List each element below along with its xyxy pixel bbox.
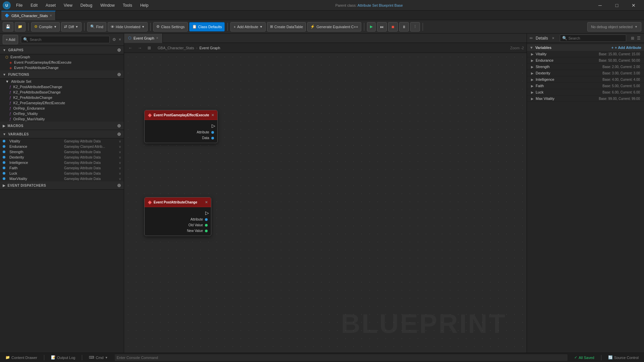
tab-close-button[interactable]: × <box>50 14 52 17</box>
cmd-button[interactable]: ⌨ Cmd ▼ <box>86 355 110 360</box>
graph-tab-close-button[interactable]: × <box>156 36 158 40</box>
console-input[interactable] <box>115 354 568 361</box>
diff-icon: ⇄ <box>64 24 67 29</box>
event-dispatchers-section-header[interactable]: ▶ EVENT DISPATCHERS ⊕ <box>0 181 124 190</box>
menu-view[interactable]: View <box>62 2 74 8</box>
details-search-input[interactable] <box>569 36 624 40</box>
navigate-forward-button[interactable]: → <box>136 44 144 52</box>
search-icon: 🔍 <box>23 37 28 42</box>
var-faith[interactable]: Faith Gameplay Attribute Data ∨ <box>0 165 124 171</box>
class-settings-button[interactable]: ⚙ Class Settings <box>153 22 187 32</box>
parent-class-link[interactable]: Attribute Set Blueprint Base <box>358 3 403 7</box>
node-close-button[interactable]: ✕ <box>211 113 214 117</box>
details-close-button[interactable]: × <box>552 36 554 41</box>
graphs-add-button[interactable]: ⊕ <box>117 47 121 53</box>
strength-row-value: Base: 2.00, Current: 2.00 <box>602 65 640 69</box>
breadcrumb-root[interactable]: GBA_Character_Stats <box>158 46 194 50</box>
source-control-button[interactable]: 🔄 Source Control <box>605 355 641 360</box>
details-add-attribute-button[interactable]: + + Add Attribute <box>611 46 641 50</box>
k2-post-attr-base-item[interactable]: ƒ K2_PostAttributeBaseChange <box>0 84 124 89</box>
blueprint-watermark: BLUEPRINT <box>341 308 506 339</box>
graph-canvas[interactable]: ◈ Event PostGameplayEffectExecute ✕ ▷ At… <box>124 53 527 353</box>
graphs-section-label: GRAPHS <box>8 48 23 52</box>
cpp-icon: ⚡ <box>310 24 315 29</box>
var-strength[interactable]: Strength Gameplay Attribute Data ∨ <box>0 149 124 155</box>
step-button[interactable]: ⏭ <box>377 22 387 32</box>
menu-tools[interactable]: Tools <box>121 2 133 8</box>
k2-pre-attr-base-item[interactable]: ƒ K2_PreAttributeBaseChange <box>0 89 124 95</box>
create-datatable-button[interactable]: ⊞ Create DataTable <box>267 22 306 32</box>
menu-help[interactable]: Help <box>139 2 150 8</box>
navigate-back-button[interactable]: ← <box>127 44 134 52</box>
macros-add-button[interactable]: ⊕ <box>117 123 121 128</box>
stop-button[interactable]: ⏹ <box>388 22 398 32</box>
var-vitality[interactable]: Vitality Gameplay Attribute Data ∨ <box>0 138 124 144</box>
graph-toolbar: ← → ⊞ GBA_Character_Stats › Event Graph … <box>124 43 527 53</box>
graphs-section-header[interactable]: ▼ GRAPHS ⊕ <box>0 46 124 54</box>
functions-add-button[interactable]: ⊕ <box>117 72 121 77</box>
details-var-faith[interactable]: ▶ Faith Base: 5.00, Current: 5.00 <box>527 83 644 89</box>
browse-button[interactable]: 📁 <box>15 22 25 32</box>
search-input[interactable] <box>30 38 107 42</box>
attribute-set-group[interactable]: ▼ Attribute Set <box>0 79 124 84</box>
variables-add-button[interactable]: ⊕ <box>117 131 121 137</box>
menu-asset[interactable]: Asset <box>44 2 57 8</box>
content-drawer-button[interactable]: 📁 Content Drawer <box>3 355 40 360</box>
hide-unrelated-button[interactable]: 👁 Hide Unrelated ▼ <box>108 22 148 32</box>
maximize-button[interactable]: □ <box>609 0 625 11</box>
event-post-attribute-item[interactable]: ◈ Event PostAttributeChange <box>0 65 124 70</box>
generate-cpp-button[interactable]: ⚡ Generate Equivalent C++ <box>307 22 361 32</box>
details-var-strength[interactable]: ▶ Strength Base: 2.00, Current: 2.00 <box>527 64 644 70</box>
k2-pre-attr-item[interactable]: ƒ K2_PreAttributeChange <box>0 95 124 100</box>
panel-close-button[interactable]: × <box>119 37 121 42</box>
menu-debug[interactable]: Debug <box>79 2 94 8</box>
event-post-gameplay-item[interactable]: ◈ Event PostGameplayEffectExecute <box>0 60 124 65</box>
details-variables-header[interactable]: ▼ Variables + + Add Attribute <box>527 44 644 51</box>
more-options-button[interactable]: ⋮ <box>410 22 420 32</box>
pause-button[interactable]: ⏸ <box>399 22 409 32</box>
var-maxvitality[interactable]: MaxVitality Gameplay Attribute Data ∨ <box>0 176 124 181</box>
onrep-endurance-item[interactable]: ƒ OnRep_Endurance <box>0 106 124 111</box>
navigate-overview-button[interactable]: ⊞ <box>146 44 153 52</box>
event-graph-item[interactable]: ⬡ EventGraph <box>0 54 124 60</box>
var-luck[interactable]: Luck Gameplay Attribute Data ∨ <box>0 171 124 176</box>
output-log-button[interactable]: 📝 Output Log <box>48 355 78 360</box>
details-list-view-button[interactable]: ☰ <box>636 35 641 41</box>
details-var-endurance[interactable]: ▶ Endurance Base: 50.00, Current: 50.00 <box>527 57 644 64</box>
diff-button[interactable]: ⇄ Diff ▼ <box>61 22 81 32</box>
filter-icon[interactable]: ⚙ <box>112 37 116 42</box>
variables-section-header[interactable]: ▼ VARIABLES ⊕ <box>0 130 124 138</box>
var-endurance[interactable]: Endurance Gameplay Clamped Attrib... ∨ <box>0 144 124 149</box>
details-var-luck[interactable]: ▶ Luck Base: 6.00, Current: 6.00 <box>527 89 644 96</box>
menu-window[interactable]: Window <box>99 2 116 8</box>
event-graph-tab[interactable]: ⬡ Event Graph × <box>124 34 163 43</box>
details-var-dexterity[interactable]: ▶ Dexterity Base: 3.00, Current: 3.00 <box>527 70 644 76</box>
details-var-intelligence[interactable]: ▶ Intelligence Base: 4.00, Current: 4.00 <box>527 76 644 83</box>
var-dexterity[interactable]: Dexterity Gameplay Attribute Data ∨ <box>0 155 124 160</box>
close-button[interactable]: ✕ <box>626 0 641 11</box>
functions-section-header[interactable]: ▼ FUNCTIONS ⊕ <box>0 70 124 79</box>
minimize-button[interactable]: ─ <box>592 0 608 11</box>
onrep-maxvitality-item[interactable]: ƒ OnRep_MaxVitality <box>0 116 124 122</box>
node2-close-button[interactable]: ✕ <box>205 200 208 204</box>
document-tab[interactable]: 🔷 GBA_Character_Stats × <box>1 11 56 20</box>
menu-edit[interactable]: Edit <box>29 2 39 8</box>
dispatchers-add-button[interactable]: ⊕ <box>117 183 121 188</box>
debug-object-selector[interactable]: No debug object selected ▼ <box>587 22 641 32</box>
macros-section-header[interactable]: ▶ MACROS ⊕ <box>0 122 124 130</box>
details-var-maxvitality[interactable]: ▶ Max Vitality Base: 99.00, Current: 99.… <box>527 96 644 102</box>
compile-button[interactable]: ⚙ Compile ▼ <box>31 22 60 32</box>
k2-pre-gameplay-item[interactable]: ƒ K2_PreGameplayEffectExecute <box>0 100 124 106</box>
details-var-vitality[interactable]: ▶ Vitality Base: 15.00, Current: 15.00 <box>527 51 644 57</box>
class-defaults-button[interactable]: 📋 Class Defaults <box>189 22 225 32</box>
onrep-vitality-item[interactable]: ƒ OnRep_Vitality <box>0 111 124 116</box>
menu-file[interactable]: File <box>15 2 24 8</box>
save-button[interactable]: 💾 <box>3 22 13 32</box>
var-intelligence[interactable]: Intelligence Gameplay Attribute Data ∨ <box>0 160 124 165</box>
add-attribute-button[interactable]: + Add Attribute ▼ <box>230 22 265 32</box>
toolbar-separator-4 <box>227 23 228 31</box>
find-button[interactable]: 🔍 Find <box>87 22 106 32</box>
add-button[interactable]: + Add <box>3 35 18 44</box>
details-grid-view-button[interactable]: ⊞ <box>630 35 635 41</box>
play-button[interactable]: ▶ <box>367 22 376 32</box>
